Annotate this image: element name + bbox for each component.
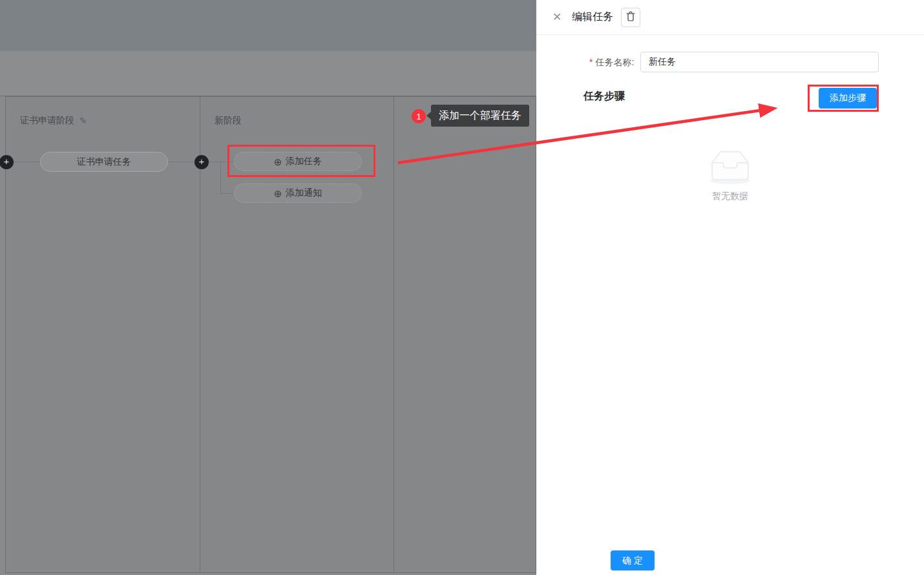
- tour-tooltip: 添加一个部署任务: [431, 105, 529, 127]
- edit-stage-icon[interactable]: ✎: [79, 116, 87, 126]
- connector-line: [220, 193, 234, 194]
- close-icon[interactable]: ✕: [552, 12, 562, 23]
- app-header-dimmed: [0, 0, 536, 51]
- drawer-title: 编辑任务: [572, 10, 613, 24]
- task-node-cert-apply[interactable]: 证书申请任务: [40, 152, 168, 172]
- task-name-label: *任务名称:: [589, 52, 634, 72]
- tour-step-badge: 1: [412, 109, 426, 123]
- stage-header: 证书申请阶段 ✎: [20, 115, 87, 127]
- add-step-button[interactable]: 添加步骤: [819, 88, 877, 109]
- required-mark: *: [589, 57, 593, 67]
- empty-state: 暂无数据: [536, 144, 924, 202]
- add-stage-before-button[interactable]: +: [0, 155, 14, 169]
- connector-line: [14, 162, 40, 162]
- edit-task-drawer: ✕ 编辑任务 *任务名称: 任务步骤 添加步骤 暂无数据 确 定: [536, 0, 924, 575]
- circle-plus-icon: ⊕: [274, 157, 282, 167]
- confirm-button[interactable]: 确 定: [611, 550, 655, 570]
- drawer-header: ✕ 编辑任务: [536, 0, 924, 35]
- add-notice-label: 添加通知: [286, 187, 322, 199]
- empty-box-icon: [703, 178, 757, 189]
- circle-plus-icon: ⊕: [274, 189, 282, 198]
- delete-task-button[interactable]: [621, 8, 640, 27]
- pipeline-editor-dimmed: 证书申请阶段 ✎ 新阶段 + 证书申请任务 + ⊕ 添加任务 ⊕ 添加通知: [0, 0, 536, 575]
- app-toolbar-dimmed: [0, 51, 536, 96]
- add-stage-between-button[interactable]: +: [194, 155, 209, 169]
- stage-name: 新阶段: [215, 115, 242, 127]
- connector-line: [220, 162, 221, 193]
- add-notice-button[interactable]: ⊕ 添加通知: [234, 183, 362, 203]
- stage-name: 证书申请阶段: [20, 115, 74, 127]
- task-steps-heading: 任务步骤: [583, 90, 625, 103]
- task-name-input[interactable]: [640, 52, 879, 72]
- add-task-button[interactable]: ⊕ 添加任务: [234, 152, 362, 171]
- stage-header: 新阶段: [215, 115, 242, 127]
- connector-line: [209, 162, 234, 162]
- connector-line: [168, 162, 194, 162]
- add-task-label: 添加任务: [286, 156, 322, 167]
- stage-column-empty: [394, 96, 536, 573]
- trash-icon: [626, 11, 635, 23]
- pipeline-canvas: 证书申请阶段 ✎ 新阶段 + 证书申请任务 + ⊕ 添加任务 ⊕ 添加通知: [0, 96, 536, 575]
- empty-text: 暂无数据: [536, 191, 924, 202]
